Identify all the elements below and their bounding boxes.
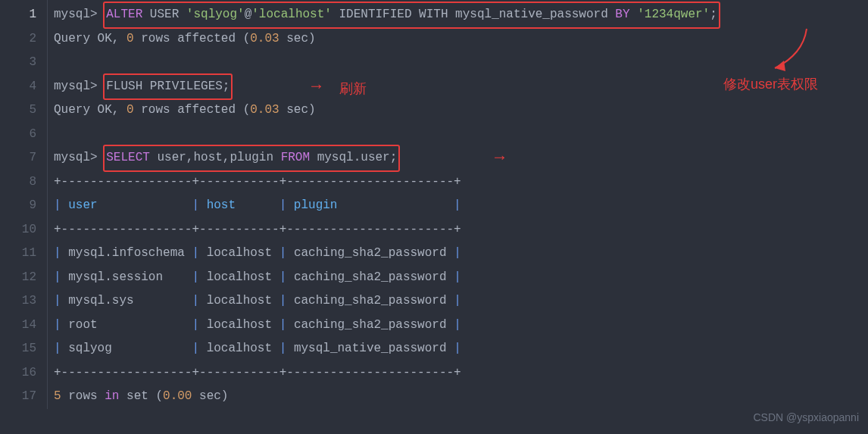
line-number: 17 [0, 385, 36, 409]
line-number: 9 [0, 194, 36, 218]
arrow-icon [761, 24, 822, 77]
line-number: 15 [0, 337, 36, 361]
svg-marker-0 [775, 61, 785, 71]
prompt: mysql> [54, 80, 105, 93]
line-number: 3 [0, 51, 36, 75]
code-line [48, 123, 868, 147]
table-border: +------------------+-----------+--------… [48, 218, 868, 242]
arrow-icon: → [311, 79, 321, 95]
table-row: | root | localhost | caching_sha2_passwo… [48, 314, 868, 338]
prompt: mysql> [54, 8, 105, 21]
line-number: 1 [0, 3, 36, 27]
line-number: 16 [0, 361, 36, 386]
annotation-refresh: 刷新 [339, 77, 367, 101]
annotation-modify-user: 修改user表权限 [723, 73, 818, 97]
line-number: 8 [0, 170, 36, 195]
arrow-icon: → [495, 150, 504, 167]
highlight-box-flush: FLUSH PRIVILEGES; [103, 73, 233, 101]
code-line: Query OK, 0 rows affected (0.03 sec) [48, 27, 868, 52]
table-border: +------------------+-----------+--------… [48, 170, 868, 195]
line-number: 7 [0, 146, 36, 170]
table-row: | sqlyog | localhost | mysql_native_pass… [48, 337, 868, 361]
line-number: 13 [0, 289, 36, 314]
code-line: mysql> ALTER USER 'sqlyog'@'localhost' I… [48, 3, 868, 27]
table-border: +------------------+-----------+--------… [48, 361, 868, 386]
code-line: mysql> SELECT user,host,plugin FROM mysq… [48, 146, 868, 170]
highlight-box-select: SELECT user,host,plugin FROM mysql.user; [103, 145, 400, 172]
highlight-box-alter-user: ALTER USER 'sqlyog'@'localhost' IDENTIFI… [103, 2, 720, 29]
line-number-gutter: 1234567891011121314151617 [0, 0, 47, 434]
watermark: CSDN @yspxiaopanni [754, 406, 860, 430]
table-row: | mysql.infoschema | localhost | caching… [48, 242, 868, 266]
line-number: 14 [0, 314, 36, 338]
code-area: mysql> ALTER USER 'sqlyog'@'localhost' I… [47, 0, 868, 409]
line-number: 10 [0, 218, 36, 242]
line-number: 5 [0, 98, 36, 123]
table-row: | mysql.sys | localhost | caching_sha2_p… [48, 289, 868, 314]
line-number: 6 [0, 123, 36, 147]
code-line: Query OK, 0 rows affected (0.03 sec) [48, 98, 868, 123]
line-number: 11 [0, 242, 36, 266]
prompt: mysql> [54, 151, 105, 164]
table-row: | mysql.session | localhost | caching_sh… [48, 266, 868, 290]
line-number: 12 [0, 266, 36, 290]
code-line: 5 rows in set (0.00 sec) [48, 385, 868, 409]
table-header: | user | host | plugin | [48, 194, 868, 218]
line-number: 4 [0, 75, 36, 99]
code-line [48, 51, 868, 75]
line-number: 2 [0, 27, 36, 52]
